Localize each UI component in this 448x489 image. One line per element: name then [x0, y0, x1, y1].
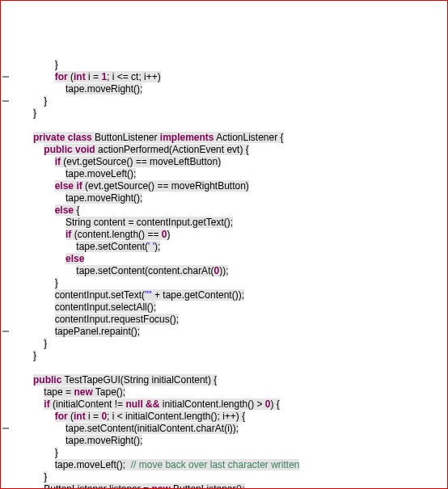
code-line[interactable]: if (initialContent != null && initialCon…	[17, 398, 447, 411]
highlighted-code: tape.setContent(content.charAt(0));	[76, 265, 228, 276]
token-plain: i =	[86, 411, 102, 422]
fold-mark-icon[interactable]	[2, 331, 9, 332]
token-kw: if	[76, 180, 82, 192]
token-plain: ) {	[271, 398, 280, 410]
code-line[interactable]: ButtonListener listener = new ButtonList…	[17, 483, 447, 489]
token-kw: new	[151, 483, 170, 489]
token-plain: (	[68, 411, 74, 422]
code-line[interactable]: }	[17, 59, 447, 71]
token-plain: tape.setContent(content.charAt(	[76, 265, 213, 276]
token-plain: (evt.getSource() == moveLeftButton)	[61, 156, 221, 167]
highlighted-code: }	[33, 107, 36, 119]
token-plain: i =	[86, 71, 102, 82]
code-line[interactable]: }	[17, 107, 447, 120]
code-line[interactable]: if (content.length() == 0)	[17, 229, 447, 241]
code-line[interactable]: }	[17, 447, 447, 459]
token-kw: void	[75, 144, 95, 155]
code-line[interactable]: String content = contentInput.getText();	[17, 217, 447, 229]
token-comment: // move back over last character written	[131, 459, 300, 470]
token-plain: tape.moveLeft();	[55, 459, 131, 470]
highlighted-code: tape.moveLeft(); // move back over last …	[55, 459, 300, 470]
token-kw: new	[74, 386, 92, 398]
code-line[interactable]: }	[17, 471, 447, 483]
code-line[interactable]: tape.setContent(initialContent.charAt(i)…	[17, 423, 447, 435]
token-plain: ButtonListener listener =	[44, 483, 151, 489]
fold-mark-icon[interactable]	[2, 76, 9, 78]
code-line[interactable]: }	[17, 95, 447, 107]
highlighted-code: }	[44, 471, 47, 483]
highlighted-code: tape.moveRight();	[66, 435, 142, 446]
token-kw: for	[55, 411, 68, 422]
token-plain: }	[44, 338, 47, 349]
code-line[interactable]: public TestTapeGUI(String initialContent…	[17, 374, 447, 386]
code-line[interactable]: contentInput.setText("" + tape.getConten…	[17, 289, 447, 301]
code-line[interactable]: tape.moveRight();	[17, 435, 447, 447]
code-line[interactable]: }	[17, 338, 447, 350]
highlighted-code: ButtonListener listener = new ButtonList…	[44, 483, 244, 489]
token-kw: class	[68, 132, 92, 143]
highlighted-code: tape.setContent(' ');	[76, 241, 160, 252]
token-kw: private	[33, 132, 65, 143]
code-line[interactable]: tape.moveRight();	[17, 83, 447, 95]
token-plain: tape.moveRight();	[66, 435, 142, 446]
code-line[interactable]: tape.moveRight();	[17, 192, 447, 204]
token-plain: }	[33, 107, 36, 119]
code-line[interactable]: else	[17, 253, 447, 265]
code-line[interactable]: public void actionPerformed(ActionEvent …	[17, 144, 447, 156]
token-plain: tape.setContent(	[76, 241, 148, 252]
highlighted-code: contentInput.requestFocus();	[55, 314, 179, 325]
token-plain: contentInput.selectAll();	[55, 301, 156, 313]
token-plain: }	[44, 471, 47, 483]
code-line[interactable]: tape.setContent(' ');	[17, 241, 447, 253]
code-line[interactable]: tape = new Tape();	[17, 386, 447, 398]
highlighted-code: }	[55, 59, 58, 70]
code-line[interactable]: contentInput.requestFocus();	[17, 314, 447, 326]
fold-mark-icon[interactable]	[2, 100, 9, 102]
code-line[interactable]: for (int i = 1; i <= ct; i++)	[17, 71, 447, 83]
token-plain: + tape.getContent());	[152, 289, 244, 301]
fold-mark-icon[interactable]	[2, 428, 9, 429]
highlighted-code: private class ButtonListener implements …	[33, 132, 284, 143]
code-line[interactable]: }	[17, 277, 447, 289]
code-line[interactable]: private class ButtonListener implements …	[17, 132, 447, 144]
token-plain: actionPerformed(ActionEvent evt) {	[95, 144, 249, 155]
code-line[interactable]: }	[17, 350, 447, 362]
code-line[interactable]: for (int i = 0; i < initialContent.lengt…	[17, 411, 447, 423]
token-plain: tapePanel.repaint();	[55, 326, 140, 337]
token-str: ' '	[148, 241, 154, 252]
code-editor[interactable]: } for (int i = 1; i <= ct; i++) tape.mov…	[17, 57, 447, 489]
token-kw: if	[55, 156, 61, 167]
code-line[interactable]: tapePanel.repaint();	[17, 326, 447, 338]
highlighted-code: tape.setContent(initialContent.charAt(i)…	[66, 423, 239, 434]
gutter	[1, 1, 12, 488]
highlighted-code: tape.moveRight();	[66, 192, 142, 204]
code-line[interactable]: contentInput.selectAll();	[17, 301, 447, 314]
code-line[interactable]: if (evt.getSource() == moveLeftButton)	[17, 156, 447, 168]
token-plain: }	[55, 277, 58, 289]
token-plain: String content = contentInput.getText();	[66, 217, 233, 228]
token-plain: tape.setContent(initialContent.charAt(i)…	[66, 423, 239, 434]
highlighted-code: if (initialContent != null && initialCon…	[44, 398, 280, 410]
token-plain: }	[33, 350, 36, 361]
token-plain: tape.moveRight();	[66, 83, 142, 95]
token-kw: int	[74, 411, 86, 422]
code-line[interactable]: else {	[17, 204, 447, 217]
code-line[interactable]: tape.moveLeft();	[17, 168, 447, 180]
token-kw: for	[55, 71, 68, 82]
token-plain: {	[74, 204, 79, 216]
code-line[interactable]	[17, 120, 447, 132]
highlighted-code: public TestTapeGUI(String initialContent…	[33, 374, 217, 386]
highlighted-code: else if (evt.getSource() == moveRightBut…	[55, 180, 249, 192]
highlighted-code: String content = contentInput.getText();	[66, 217, 233, 228]
code-line[interactable]: else if (evt.getSource() == moveRightBut…	[17, 180, 447, 192]
code-line[interactable]: tape.moveLeft(); // move back over last …	[17, 459, 447, 471]
token-plain: ; i < initialContent.length(); i++) {	[107, 411, 245, 422]
token-plain: contentInput.requestFocus();	[55, 314, 179, 325]
token-plain: ButtonListener();	[171, 483, 245, 489]
code-line[interactable]: tape.setContent(content.charAt(0));	[17, 265, 447, 277]
highlighted-code: for (int i = 1; i <= ct; i++)	[55, 71, 161, 82]
highlighted-code: else	[66, 253, 84, 264]
token-plain: );	[154, 241, 160, 252]
token-plain: }	[44, 95, 47, 107]
code-line[interactable]	[17, 362, 447, 374]
